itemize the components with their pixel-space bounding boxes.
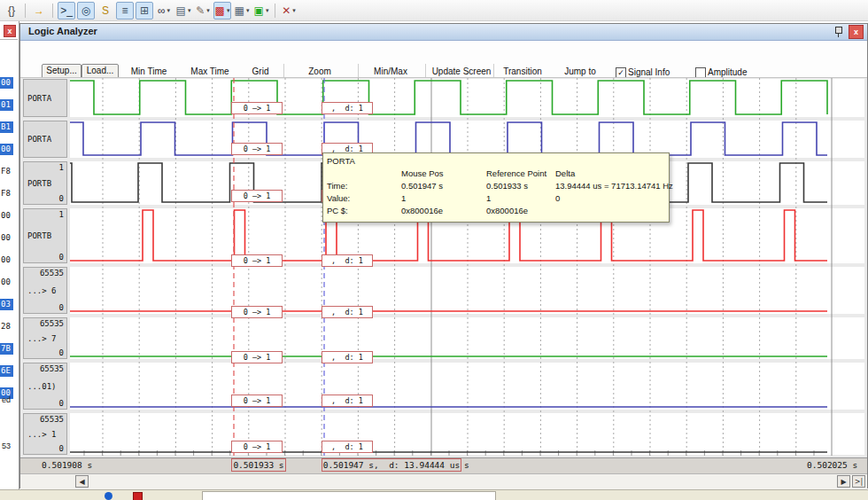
transition-annotation: 0 —> 1 xyxy=(231,102,283,114)
signal-min-value: 0 xyxy=(59,194,64,203)
chevron-down-icon[interactable]: ▾ xyxy=(266,7,269,14)
console-icon[interactable]: >_ xyxy=(58,2,75,20)
tooltip-time-delta: 13.94444 us = 71713.14741 Hz xyxy=(555,181,673,191)
logic-analyzer-tab-icon[interactable] xyxy=(133,492,143,500)
tooltip-time-ref: 0.501933 s xyxy=(486,181,555,191)
window-title: Logic Analyzer xyxy=(28,26,97,36)
close-icon[interactable]: x xyxy=(4,25,16,37)
register-value[interactable]: 01 xyxy=(0,99,13,111)
waveform-plot[interactable] xyxy=(70,78,864,456)
jump-to-label: Jump to xyxy=(554,66,607,77)
delta-annotation: , d: 1 xyxy=(322,306,373,318)
chevron-down-icon[interactable]: ▾ xyxy=(292,7,296,14)
tooltip-pc-ref: 0x800016e xyxy=(486,206,555,215)
tooltip-pc-delta xyxy=(555,206,673,215)
panel-divider xyxy=(0,39,18,40)
chevron-down-icon[interactable]: ▾ xyxy=(188,7,191,14)
chevron-down-icon[interactable]: ▾ xyxy=(227,7,230,14)
register-value[interactable]: 00 xyxy=(0,210,13,222)
tooltip-col-reference: Reference Point xyxy=(486,168,555,178)
signal-max-value: 65535 xyxy=(40,269,64,277)
transition-annotation: 0 —> 1 xyxy=(231,254,283,267)
bottom-tab-strip xyxy=(0,489,868,500)
signal-min-value: 0 xyxy=(59,253,64,262)
signal-max-value: 65535 xyxy=(40,364,64,373)
tooltip-value-mouse: 1 xyxy=(401,193,486,203)
signal-label-box[interactable]: 65535...> 60 xyxy=(23,267,67,314)
tooltip-col-mouse: Mouse Pos xyxy=(401,168,486,178)
list-icon[interactable]: ≡ xyxy=(116,2,134,20)
tooltip-value-ref: 1 xyxy=(486,193,555,203)
signal-label-box[interactable]: 1PORTB0 xyxy=(23,208,67,263)
signal-max-value: 1 xyxy=(59,163,64,172)
scroll-left-icon[interactable]: ◀ xyxy=(75,475,89,488)
register-value[interactable]: 00 xyxy=(0,254,13,266)
source-file-icon[interactable]: S xyxy=(97,2,114,20)
signal-label-box[interactable]: 65535...> 10 xyxy=(23,413,67,455)
cursor-time-box: 0.501933 s xyxy=(231,458,286,472)
window-titlebar[interactable]: Logic Analyzer x xyxy=(20,24,867,41)
register-value[interactable]: F8 xyxy=(0,188,13,199)
minmax-label: Min/Max xyxy=(361,66,420,77)
signal-label-box[interactable]: 65535...> 70 xyxy=(23,317,67,359)
waveform-panel[interactable]: PORTAPORTA1PORTB01PORTB065535...> 606553… xyxy=(20,77,867,458)
grid-window-icon[interactable]: ▦▾ xyxy=(233,2,251,20)
green-chip-icon[interactable]: ▣▾ xyxy=(252,2,270,20)
zoom-label: Zoom xyxy=(287,66,353,77)
register-value[interactable]: 6E xyxy=(0,365,13,377)
register-value[interactable]: 00 xyxy=(0,144,13,155)
braces-icon[interactable]: {} xyxy=(3,2,20,20)
signal-label-box[interactable]: 65535...01)0 xyxy=(23,363,67,410)
delta-annotation: , d: 1 xyxy=(322,351,373,363)
chevron-down-icon[interactable]: ▾ xyxy=(246,7,250,14)
register-value[interactable]: 00 xyxy=(0,277,13,288)
tooltip-value-label: Value: xyxy=(327,193,401,203)
register-value[interactable]: 03 xyxy=(0,299,13,310)
signal-label-box[interactable]: 1PORTB0 xyxy=(23,161,67,205)
register-value[interactable]: 28 xyxy=(0,321,13,332)
signal-trace xyxy=(70,122,827,155)
tools-icon[interactable]: ✕▾ xyxy=(280,2,298,20)
edit-pen-icon[interactable]: ✎▾ xyxy=(194,2,212,20)
register-value[interactable]: F8 xyxy=(0,166,13,177)
binoculars-icon[interactable]: ∞▾ xyxy=(155,2,173,20)
max-time-label: Max Time xyxy=(181,66,239,77)
register-value[interactable]: 00 xyxy=(0,232,13,244)
pushpin-icon[interactable] xyxy=(835,27,842,34)
run-arrow-icon[interactable]: → xyxy=(30,2,48,20)
register-value[interactable]: 00 xyxy=(0,77,13,89)
signal-name: PORTA xyxy=(27,135,51,144)
tooltip-time-mouse: 0.501947 s xyxy=(401,181,486,191)
tooltip-pc-label: PC $: xyxy=(327,206,401,215)
signal-label-box[interactable]: PORTA xyxy=(23,79,67,117)
mouse-time-box: 0.501947 s, d: 13.94444 us xyxy=(322,458,461,472)
horizontal-scrollbar[interactable]: ◀ ▶ >| xyxy=(20,473,867,489)
signal-max-value: 65535 xyxy=(40,319,64,328)
signal-name: ...> 1 xyxy=(27,430,57,439)
chevron-down-icon[interactable]: ▾ xyxy=(206,7,210,14)
signal-min-value: 0 xyxy=(59,444,64,453)
transition-label: Transition xyxy=(497,66,548,77)
delta-annotation: , d: 1 xyxy=(322,441,373,453)
scroll-end-icon[interactable]: >| xyxy=(852,475,865,488)
clipped-text-fragment: ed xyxy=(2,395,11,404)
copy-window-icon[interactable]: ⊞ xyxy=(136,2,153,20)
app-toolbar: {}→>_◎S≡⊞∞▾▤▾✎▾▩▾▦▾▣▾✕▾ xyxy=(0,0,868,21)
signal-name: ...01) xyxy=(27,382,57,391)
time-left: 0.501908 s xyxy=(42,458,92,473)
register-value[interactable]: 7B xyxy=(0,343,13,355)
register-value[interactable]: B1 xyxy=(0,121,13,133)
close-icon[interactable]: x xyxy=(849,25,864,39)
clipped-text-fragment: 53 xyxy=(2,441,11,450)
scroll-right-icon[interactable]: ▶ xyxy=(837,475,850,488)
table-icon[interactable]: ▤▾ xyxy=(174,2,192,20)
status-inset xyxy=(202,491,496,500)
transition-annotation: 0 —> 1 xyxy=(231,395,283,407)
window-tab-icon[interactable] xyxy=(105,492,112,500)
delta-annotation: , d: 1 xyxy=(322,102,373,114)
application-window: {}→>_◎S≡⊞∞▾▤▾✎▾▩▾▦▾▣▾✕▾ x 0001B100F8F800… xyxy=(0,0,868,500)
chevron-down-icon[interactable]: ▾ xyxy=(167,7,171,14)
signal-label-box[interactable]: PORTA xyxy=(23,121,67,158)
red-grid-icon[interactable]: ▩▾ xyxy=(213,2,231,20)
search-document-icon[interactable]: ◎ xyxy=(77,2,95,20)
